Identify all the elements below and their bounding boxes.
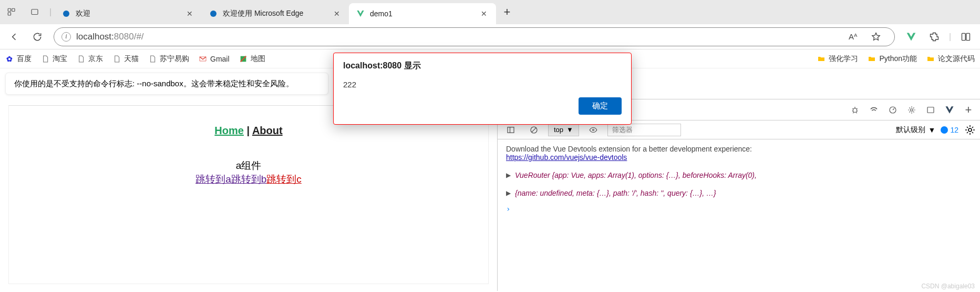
alert-ok-button[interactable]: 确定 <box>579 97 622 115</box>
tab-label: 欢迎使用 Microsoft Edge <box>223 9 303 18</box>
network-icon[interactable] <box>865 101 883 119</box>
site-info-icon[interactable]: i <box>61 32 71 42</box>
address-bar[interactable]: i localhost:8080/#/ Aᴬ <box>54 27 895 46</box>
dock-icon[interactable] <box>922 101 940 119</box>
maps-icon <box>239 55 247 63</box>
bookmark-folder-python[interactable]: Python功能 <box>868 54 917 64</box>
new-tab-button[interactable]: + <box>499 4 515 20</box>
refresh-button[interactable] <box>26 26 48 48</box>
sandbox-warning: 你使用的是不受支持的命令行标志: --no-sandbox。这会带来稳定性和安全… <box>5 73 328 95</box>
bookmark-label: 地图 <box>251 54 265 64</box>
bookmark-tmall[interactable]: 天猫 <box>112 54 139 64</box>
bookmark-jd[interactable]: 京东 <box>77 54 103 64</box>
nav-separator: | <box>244 125 252 136</box>
level-label: 默认级别 <box>896 125 925 135</box>
console-settings-icon[interactable] <box>964 124 976 136</box>
console-object-row[interactable]: ▶VueRouter {app: Vue, apps: Array(1), op… <box>506 171 972 179</box>
folder-icon <box>868 55 876 63</box>
back-button[interactable] <box>3 26 25 48</box>
bookmark-taobao[interactable]: 淘宝 <box>41 54 67 64</box>
devtools-panel: 控制台 + top▼ 筛选器 默认级别▼ 12 Download the Vue… <box>497 99 980 291</box>
close-icon[interactable]: ✕ <box>185 9 194 18</box>
plus-icon[interactable]: + <box>960 101 977 119</box>
link-c[interactable]: 跳转到c <box>266 174 302 185</box>
settings-icon[interactable] <box>903 101 921 119</box>
tab-actions-icon[interactable] <box>23 0 46 24</box>
vue-icon[interactable] <box>941 101 958 119</box>
bookmark-label: Python功能 <box>879 54 917 64</box>
devtools-link[interactable]: https://github.com/vuejs/vue-devtools <box>506 153 627 162</box>
console-prompt[interactable]: › <box>506 205 972 213</box>
context-selector[interactable]: top▼ <box>548 124 579 136</box>
bookmark-label: 天猫 <box>124 54 139 64</box>
bookmark-label: 百度 <box>17 54 32 64</box>
bookmark-maps[interactable]: 地图 <box>239 54 265 64</box>
bookmark-label: 淘宝 <box>53 54 67 64</box>
home-link[interactable]: Home <box>214 125 244 136</box>
bookmark-folder-rl[interactable]: 强化学习 <box>817 54 858 64</box>
page-icon <box>112 55 121 63</box>
svg-point-5 <box>210 11 216 17</box>
close-icon[interactable]: ✕ <box>332 9 342 18</box>
svg-rect-3 <box>32 9 38 15</box>
split-screen-icon[interactable] <box>955 26 977 48</box>
svg-point-15 <box>592 129 594 130</box>
tab-label: 欢迎 <box>76 9 90 18</box>
gmail-icon <box>199 55 207 63</box>
page-icon <box>77 55 85 63</box>
console-object-row[interactable]: ▶{name: undefined, meta: {…}, path: '/',… <box>506 189 972 197</box>
bookmark-label: 京东 <box>88 54 103 64</box>
bookmark-label: 苏宁易购 <box>160 54 189 64</box>
filter-placeholder: 筛选器 <box>612 125 633 135</box>
page-content: Home | About a组件 跳转到a跳转到b跳转到c <box>8 105 489 284</box>
read-aloud-icon[interactable]: Aᴬ <box>842 26 864 48</box>
edge-icon <box>209 9 218 18</box>
log-level-selector[interactable]: 默认级别▼ <box>896 125 936 135</box>
alert-message: 222 <box>334 72 631 97</box>
tab-label: demo1 <box>370 9 393 18</box>
issues-badge[interactable]: 12 <box>941 126 958 134</box>
folder-icon <box>817 55 826 63</box>
bookmark-suning[interactable]: 苏宁易购 <box>148 54 189 64</box>
js-alert-dialog: localhost:8080 显示 222 确定 <box>333 53 632 125</box>
link-b[interactable]: 跳转到b <box>231 174 267 185</box>
svg-rect-13 <box>508 127 514 133</box>
tab-edge-welcome[interactable]: 欢迎使用 Microsoft Edge ✕ <box>202 3 349 24</box>
svg-rect-1 <box>12 8 15 11</box>
baidu-icon: ✿ <box>5 55 14 63</box>
vue-devtools-icon[interactable] <box>900 26 922 48</box>
issues-count: 12 <box>950 126 958 134</box>
url-text: localhost:8080/#/ <box>76 32 144 42</box>
svg-rect-6 <box>962 33 966 40</box>
browser-toolbar: i localhost:8080/#/ Aᴬ | <box>0 24 980 49</box>
tab-demo1[interactable]: demo1 ✕ <box>349 3 496 24</box>
divider: | <box>46 0 55 24</box>
vue-icon <box>356 9 365 18</box>
workspaces-icon[interactable] <box>0 0 23 24</box>
bookmark-folder-paper[interactable]: 论文源代码 <box>926 54 975 64</box>
console-filter[interactable]: 筛选器 <box>607 124 681 136</box>
svg-rect-2 <box>8 13 11 15</box>
expand-arrow-icon[interactable]: ▶ <box>506 189 511 197</box>
extensions-icon[interactable] <box>923 26 945 48</box>
divider: | <box>946 26 954 48</box>
svg-point-11 <box>911 108 913 111</box>
object-preview: VueRouter {app: Vue, apps: Array(1), opt… <box>515 171 757 179</box>
performance-icon[interactable] <box>884 101 902 119</box>
window-titlebar: | 欢迎 ✕ 欢迎使用 Microsoft Edge ✕ demo1 ✕ + <box>0 0 980 24</box>
edge-icon <box>62 9 70 18</box>
tab-welcome[interactable]: 欢迎 ✕ <box>55 3 202 24</box>
about-link[interactable]: About <box>252 125 283 136</box>
expand-arrow-icon[interactable]: ▶ <box>506 172 511 179</box>
bookmark-baidu[interactable]: ✿百度 <box>5 54 32 64</box>
bug-icon[interactable] <box>846 101 864 119</box>
bookmark-gmail[interactable]: Gmail <box>199 55 230 63</box>
favorite-icon[interactable] <box>865 26 887 48</box>
svg-point-4 <box>63 11 69 17</box>
folder-icon <box>926 55 935 63</box>
close-icon[interactable]: ✕ <box>479 9 489 18</box>
issues-dot-icon <box>941 126 948 134</box>
context-label: top <box>554 126 563 134</box>
watermark: CSDN @abigale03 <box>921 283 975 290</box>
link-a[interactable]: 跳转到a <box>195 174 231 185</box>
